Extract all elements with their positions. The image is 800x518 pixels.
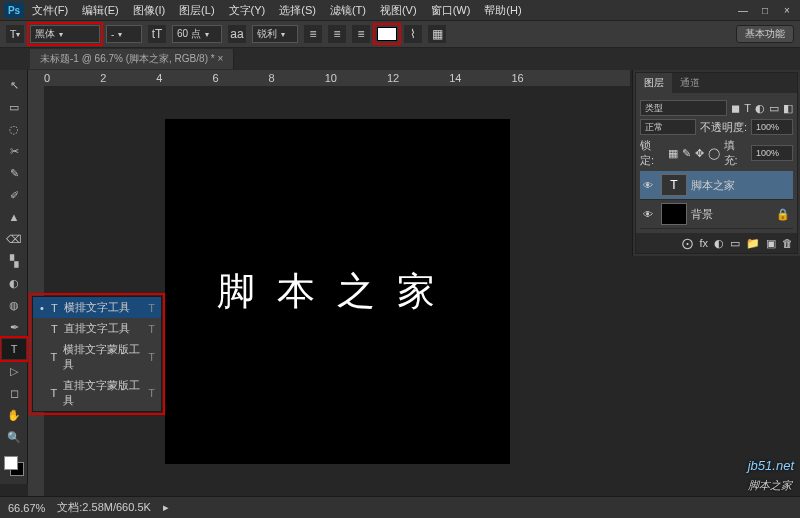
- canvas-area[interactable]: 脚本之家: [44, 86, 630, 496]
- link-layers-icon[interactable]: ⨀: [682, 237, 693, 250]
- layer-row-text[interactable]: 👁 T 脚本之家: [640, 171, 793, 200]
- color-swatches[interactable]: [0, 454, 27, 484]
- menu-type[interactable]: 文字(Y): [223, 1, 272, 20]
- app-logo: Ps: [4, 2, 24, 18]
- dodge-tool[interactable]: ◍: [2, 295, 26, 315]
- lock-position-icon[interactable]: ✥: [695, 147, 704, 160]
- new-layer-icon[interactable]: ▣: [766, 237, 776, 250]
- panel-tabs: 图层 通道: [636, 73, 797, 93]
- fill-label: 填充:: [724, 138, 748, 168]
- document-tab[interactable]: 未标题-1 @ 66.7% (脚本之家, RGB/8) * ×: [30, 49, 234, 69]
- type-tool[interactable]: T: [2, 339, 26, 359]
- toolbox: ↖ ▭ ◌ ✂ ✎ ✐ ▲ ⌫ ▚ ◐ ◍ ✒ T ▷ ◻ ✋ 🔍: [0, 70, 28, 484]
- lock-all-icon[interactable]: ▦: [668, 147, 678, 160]
- crop-tool[interactable]: ✂: [2, 141, 26, 161]
- vertical-type-mask-tool-item[interactable]: T 直排文字蒙版工具T: [33, 375, 161, 411]
- pen-tool[interactable]: ✒: [2, 317, 26, 337]
- menu-bar: Ps 文件(F) 编辑(E) 图像(I) 图层(L) 文字(Y) 选择(S) 滤…: [0, 0, 800, 20]
- move-tool[interactable]: ↖: [2, 75, 26, 95]
- visibility-toggle[interactable]: 👁: [643, 209, 657, 220]
- text-color-highlight: [376, 26, 398, 42]
- layer-row-background[interactable]: 👁 背景 🔒: [640, 200, 793, 229]
- doc-size[interactable]: 文档:2.58M/660.5K: [57, 500, 151, 515]
- tool-preset-icon[interactable]: T▾: [6, 25, 24, 43]
- opacity-input[interactable]: 100%: [751, 119, 793, 135]
- menu-select[interactable]: 选择(S): [273, 1, 322, 20]
- antialias-dropdown[interactable]: 锐利: [252, 25, 298, 43]
- mask-icon[interactable]: ◐: [714, 237, 724, 250]
- canvas[interactable]: 脚本之家: [165, 119, 510, 464]
- layers-panel: 图层 通道 类型 ◼ T ◐ ▭ ◧ 正常 不透明度: 100% 锁定: ▦ ✎…: [635, 72, 798, 254]
- status-arrow-icon[interactable]: ▸: [163, 501, 169, 514]
- layer-name[interactable]: 背景: [691, 207, 713, 222]
- align-left-button[interactable]: ≡: [304, 25, 322, 43]
- eraser-tool[interactable]: ⌫: [2, 229, 26, 249]
- blend-mode-dropdown[interactable]: 正常: [640, 119, 696, 135]
- foreground-color[interactable]: [4, 456, 18, 470]
- filter-smart-icon[interactable]: ◧: [783, 102, 793, 115]
- gradient-tool[interactable]: ▚: [2, 251, 26, 271]
- lock-pixels-icon[interactable]: ✎: [682, 147, 691, 160]
- filter-shape-icon[interactable]: ▭: [769, 102, 779, 115]
- vertical-type-tool-item[interactable]: T 直排文字工具T: [33, 318, 161, 339]
- menu-layer[interactable]: 图层(L): [173, 1, 220, 20]
- document-tabbar: 未标题-1 @ 66.7% (脚本之家, RGB/8) * ×: [0, 48, 800, 70]
- font-style-dropdown[interactable]: -: [106, 25, 142, 43]
- stamp-tool[interactable]: ▲: [2, 207, 26, 227]
- group-icon[interactable]: 📁: [746, 237, 760, 250]
- adjustment-icon[interactable]: ▭: [730, 237, 740, 250]
- menu-window[interactable]: 窗口(W): [425, 1, 477, 20]
- window-controls: — □ ×: [734, 3, 796, 17]
- eyedropper-tool[interactable]: ✎: [2, 163, 26, 183]
- horizontal-type-mask-tool-item[interactable]: T 横排文字蒙版工具T: [33, 339, 161, 375]
- zoom-level[interactable]: 66.67%: [8, 502, 45, 514]
- menu-view[interactable]: 视图(V): [374, 1, 423, 20]
- menu-filter[interactable]: 滤镜(T): [324, 1, 372, 20]
- canvas-text[interactable]: 脚本之家: [217, 266, 457, 317]
- menu-edit[interactable]: 编辑(E): [76, 1, 125, 20]
- workspace-switcher[interactable]: 基本功能: [736, 25, 794, 43]
- layer-name[interactable]: 脚本之家: [691, 178, 735, 193]
- channels-tab[interactable]: 通道: [672, 73, 708, 93]
- maximize-button[interactable]: □: [756, 3, 774, 17]
- shape-tool[interactable]: ◻: [2, 383, 26, 403]
- font-size-icon: tT: [148, 25, 166, 43]
- zoom-tool[interactable]: 🔍: [2, 427, 26, 447]
- lock-transparency-icon[interactable]: ◯: [708, 147, 720, 160]
- fx-icon[interactable]: fx: [699, 237, 708, 249]
- layers-panel-footer: ⨀ fx ◐ ▭ 📁 ▣ 🗑: [636, 233, 797, 253]
- menu-file[interactable]: 文件(F): [26, 1, 74, 20]
- fill-input[interactable]: 100%: [751, 145, 793, 161]
- align-right-button[interactable]: ≡: [352, 25, 370, 43]
- marquee-tool[interactable]: ▭: [2, 97, 26, 117]
- delete-layer-icon[interactable]: 🗑: [782, 237, 793, 249]
- text-color-swatch[interactable]: [377, 27, 397, 41]
- menu-help[interactable]: 帮助(H): [478, 1, 527, 20]
- brush-tool[interactable]: ✐: [2, 185, 26, 205]
- blur-tool[interactable]: ◐: [2, 273, 26, 293]
- lasso-tool[interactable]: ◌: [2, 119, 26, 139]
- options-bar: T▾ 黑体 - tT 60 点 aa 锐利 ≡ ≡ ≡ ⌇ ▦ 基本功能: [0, 20, 800, 48]
- font-size-dropdown[interactable]: 60 点: [172, 25, 222, 43]
- align-center-button[interactable]: ≡: [328, 25, 346, 43]
- path-tool[interactable]: ▷: [2, 361, 26, 381]
- horizontal-type-tool-item[interactable]: •T 横排文字工具T: [33, 297, 161, 318]
- warp-text-button[interactable]: ⌇: [404, 25, 422, 43]
- layers-tab[interactable]: 图层: [636, 73, 672, 93]
- antialias-icon: aa: [228, 25, 246, 43]
- visibility-toggle[interactable]: 👁: [643, 180, 657, 191]
- char-panel-button[interactable]: ▦: [428, 25, 446, 43]
- close-button[interactable]: ×: [778, 3, 796, 17]
- font-family-dropdown[interactable]: 黑体: [30, 25, 100, 43]
- right-panels: 图层 通道 类型 ◼ T ◐ ▭ ◧ 正常 不透明度: 100% 锁定: ▦ ✎…: [632, 70, 800, 256]
- minimize-button[interactable]: —: [734, 3, 752, 17]
- vertical-ruler: [28, 86, 44, 496]
- horizontal-ruler: 0246810121416: [28, 70, 630, 86]
- filter-adjust-icon[interactable]: ◐: [755, 102, 765, 115]
- lock-icon: 🔒: [776, 208, 790, 221]
- layer-kind-filter[interactable]: 类型: [640, 100, 727, 116]
- menu-image[interactable]: 图像(I): [127, 1, 171, 20]
- filter-type-icon[interactable]: T: [744, 102, 751, 114]
- hand-tool[interactable]: ✋: [2, 405, 26, 425]
- filter-pixel-icon[interactable]: ◼: [731, 102, 740, 115]
